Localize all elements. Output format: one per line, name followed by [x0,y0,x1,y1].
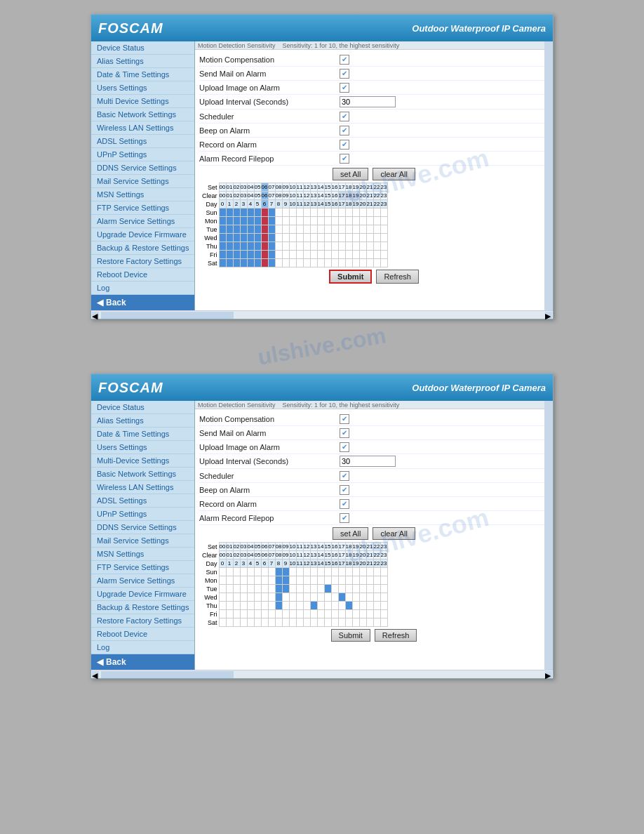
checkbox-upload-image[interactable]: ✔ [340,83,349,93]
sidebar-item-upnp[interactable]: UPnP Settings [91,148,194,161]
sidebar2-datetime[interactable]: Date & Time Settings [91,428,194,441]
set-all-button-2[interactable]: set All [333,527,368,540]
sidebar2-mail[interactable]: Mail Service Settings [91,534,194,548]
sidebar-item-alias[interactable]: Alias Settings [91,55,194,68]
checkbox-alarm-record[interactable]: ✔ [340,154,349,164]
scroll-thumb-2[interactable] [101,671,234,678]
checkbox2-upload-image[interactable]: ✔ [340,442,349,452]
wed-label-1: Wed [199,234,219,242]
set-all-button-1[interactable]: set All [333,168,368,180]
sidebar-item-users[interactable]: Users Settings [91,81,194,95]
checkbox2-send-mail[interactable]: ✔ [340,428,349,438]
checkbox2-motion-comp[interactable]: ✔ [340,414,349,424]
sidebar2-ftp[interactable]: FTP Service Settings [91,561,194,574]
scroll-right-arrow[interactable]: ▶ [545,312,552,319]
sidebar-item-reboot[interactable]: Reboot Device [91,268,194,282]
input-upload-interval[interactable] [340,96,396,107]
setting2-alarm-record: Alarm Record Filepop ✔ [199,511,549,525]
scroll-top-2: Motion Detection Sensitivity Sensitivity… [195,401,553,409]
sat-row-2: Sat [199,618,387,627]
right-scrollbar-1[interactable] [544,41,553,310]
scroll-thumb-1[interactable] [101,312,234,319]
sidebar2-msn[interactable]: MSN Settings [91,548,194,561]
checkbox2-beep[interactable]: ✔ [340,485,349,495]
setting-record: Record on Alarm ✔ [199,138,549,152]
sidebar-item-ftp[interactable]: FTP Service Settings [91,201,194,215]
sidebar-item-basicnet[interactable]: Basic Network Settings [91,108,194,121]
scroll-left-arrow-2[interactable]: ◀ [92,671,99,678]
sidebar-item-mail[interactable]: Mail Service Settings [91,175,194,188]
back-button-1[interactable]: ◀ Back [91,295,194,310]
val2-record: ✔ [340,499,349,509]
day-row-2: Day 012345678910111213141516171819202122… [199,560,387,568]
sidebar-item-restore[interactable]: Restore Factory Settings [91,255,194,268]
sidebar-item-datetime[interactable]: Date & Time Settings [91,68,194,81]
sidebar-item-backup[interactable]: Backup & Restore Settings [91,241,194,255]
sidebar2-wireless[interactable]: Wireless LAN Settings [91,481,194,494]
checkbox2-alarm-record[interactable]: ✔ [340,513,349,523]
sidebar2-basicnet[interactable]: Basic Network Settings [91,468,194,481]
sidebar2-users[interactable]: Users Settings [91,441,194,454]
sidebar-item-log[interactable]: Log [91,282,194,295]
sidebar-item-ddns[interactable]: DDNS Service Settings [91,161,194,175]
sidebar-item-upgrade[interactable]: Upgrade Device Firmware [91,228,194,241]
sidebar2-backup[interactable]: Backup & Restore Settings [91,601,194,614]
checkbox-scheduler[interactable]: ✔ [340,112,349,121]
checkbox2-record[interactable]: ✔ [340,499,349,509]
scroll-left-arrow[interactable]: ◀ [92,312,99,319]
sidebar-item-alarm[interactable]: Alarm Service Settings [91,215,194,228]
day-label-1: Day [199,200,219,208]
sidebar2-alias[interactable]: Alias Settings [91,414,194,428]
input2-upload-interval[interactable] [340,456,396,467]
scroll-right-arrow-2[interactable]: ▶ [545,671,552,678]
refresh-button-1[interactable]: Refresh [376,270,419,284]
submit-button-1[interactable]: Submit [329,270,372,284]
sidebar2-restore[interactable]: Restore Factory Settings [91,614,194,628]
sidebar2-alarm[interactable]: Alarm Service Settings [91,574,194,588]
sidebar-item-wireless[interactable]: Wireless LAN Settings [91,121,194,135]
label-scheduler: Scheduler [199,112,340,121]
main-content-1: Motion Detection Sensitivity Sensitivity… [195,41,553,310]
sidebar-item-adsl[interactable]: ADSL Settings [91,135,194,148]
setting-upload-interval: Upload Interval (Seconds) [199,95,549,110]
sidebar2-upnp[interactable]: UPnP Settings [91,508,194,521]
val-scheduler: ✔ [340,112,349,121]
camera-panel-1: FOSCAM Outdoor Waterproof IP Camera Devi… [90,14,554,319]
scroll-bar-h-1[interactable] [101,312,543,319]
refresh-button-2[interactable]: Refresh [375,629,417,642]
back-button-2[interactable]: ◀ Back [91,654,194,670]
thu-label-1: Thu [199,242,219,251]
setting2-motion-comp: Motion Compensation ✔ [199,412,549,426]
sidebar2-reboot[interactable]: Reboot Device [91,628,194,641]
checkbox2-scheduler[interactable]: ✔ [340,471,349,481]
sidebar2-upgrade[interactable]: Upgrade Device Firmware [91,588,194,601]
checkbox-record[interactable]: ✔ [340,140,349,150]
checkbox-motion-comp[interactable]: ✔ [340,55,349,65]
camera-panel-2: FOSCAM Outdoor Waterproof IP Camera Devi… [90,373,554,679]
scroll-bar-h-2[interactable] [101,671,543,678]
submit-button-2[interactable]: Submit [331,629,370,642]
checkbox-beep[interactable]: ✔ [340,126,349,135]
tue-row-1: Tue [199,225,387,234]
fri-label-1: Fri [199,251,219,259]
right-scrollbar-2[interactable] [544,401,553,670]
checkbox-send-mail[interactable]: ✔ [340,69,349,79]
label2-upload-image: Upload Image on Alarm [199,443,340,451]
fri-label-2: Fri [199,610,219,618]
clear-all-button-1[interactable]: clear All [373,168,415,180]
clear-all-button-2[interactable]: clear All [373,527,415,540]
sidebar-item-device-status[interactable]: Device Status [91,41,194,55]
submit-btn-row-1: Submit Refresh [199,270,549,284]
set-label-1: Set [199,183,219,192]
sidebar-item-multidev[interactable]: Multi Device Settings [91,95,194,108]
sidebar2-adsl[interactable]: ADSL Settings [91,494,194,508]
scroll-bottom-1: ◀ ▶ [91,310,553,319]
label2-beep: Beep on Alarm [199,486,340,494]
sidebar2-device-status[interactable]: Device Status [91,401,194,414]
sidebar2-ddns[interactable]: DDNS Service Settings [91,521,194,534]
sidebar2-log[interactable]: Log [91,641,194,654]
sidebar2-multidev[interactable]: Multi-Device Settings [91,454,194,468]
label-beep: Beep on Alarm [199,126,340,135]
sidebar-item-msn[interactable]: MSN Settings [91,188,194,201]
sat-label-2: Sat [199,618,219,627]
